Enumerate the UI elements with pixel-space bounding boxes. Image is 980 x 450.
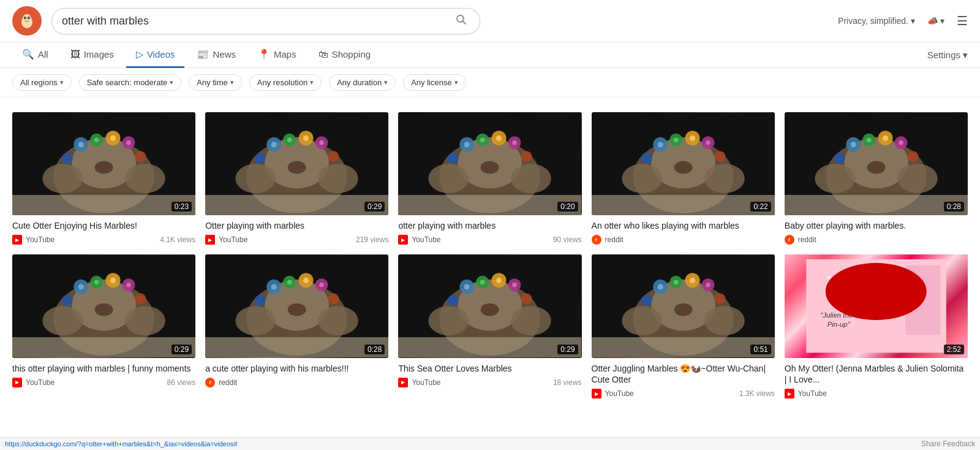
filter-license[interactable]: Any license ▾ — [403, 74, 466, 91]
video-thumbnail[interactable]: 0:29 — [398, 254, 581, 357]
video-thumbnail[interactable]: 0:51 — [592, 254, 775, 357]
tab-shopping[interactable]: 🛍 Shopping — [309, 43, 380, 68]
video-thumbnail[interactable]: 0:29 — [205, 112, 388, 215]
time-chevron: ▾ — [230, 78, 234, 86]
svg-text:My Otter!": My Otter!" — [845, 294, 906, 307]
safesearch-chevron: ▾ — [170, 78, 173, 86]
news-icon: 📰 — [197, 48, 209, 60]
privacy-menu[interactable]: Privacy, simplified. ▾ — [838, 16, 915, 26]
svg-point-136 — [464, 284, 470, 290]
video-thumbnail[interactable]: 0:29 — [12, 254, 195, 357]
video-card[interactable]: 0:29 this otter playing with marbles | f… — [7, 250, 200, 403]
reddit-icon: r — [785, 235, 794, 245]
tab-maps[interactable]: 📍 Maps — [248, 42, 306, 68]
filter-regions-label: All regions — [20, 78, 58, 87]
video-thumbnail[interactable]: 0:20 — [398, 112, 581, 215]
svg-rect-145 — [398, 337, 581, 357]
tab-videos[interactable]: ▷ Videos — [126, 42, 185, 68]
tab-all[interactable]: 🔍 All — [12, 42, 58, 68]
svg-point-151 — [704, 307, 745, 336]
filter-time[interactable]: Any time ▾ — [189, 74, 242, 91]
duration-badge: 2:52 — [944, 345, 964, 354]
svg-point-48 — [429, 164, 469, 193]
svg-point-51 — [464, 142, 470, 147]
duration-badge: 0:20 — [557, 202, 578, 212]
filter-duration[interactable]: Any duration ▾ — [329, 74, 396, 91]
svg-point-6 — [29, 17, 29, 18]
svg-point-87 — [867, 138, 871, 142]
search-button[interactable] — [453, 13, 470, 29]
video-card[interactable]: 0:28 Baby otter playing with marbles. r … — [780, 107, 973, 250]
settings-label: Settings — [927, 50, 960, 60]
video-card[interactable]: 0:20 otter playing with marbles YouTube … — [393, 107, 586, 250]
video-thumbnail[interactable]: 0:28 — [205, 254, 388, 357]
svg-point-41 — [255, 153, 266, 164]
tab-all-label: All — [38, 49, 48, 59]
filters-bar: All regions ▾ Safe search: moderate ▾ An… — [0, 68, 980, 97]
svg-text:"Oh: "Oh — [848, 278, 871, 292]
svg-point-104 — [94, 280, 99, 284]
video-card[interactable]: 0:22 An otter who likes playing with mar… — [587, 107, 780, 250]
svg-point-72 — [690, 135, 695, 141]
video-thumbnail[interactable]: 0:28 — [785, 112, 968, 215]
svg-point-32 — [318, 164, 358, 193]
nav-tabs: 🔍 All 🖼 Images ▷ Videos 📰 News 📍 Maps 🛍 … — [0, 42, 980, 68]
video-thumbnail[interactable]: 0:23 — [12, 112, 195, 215]
svg-rect-162 — [592, 337, 775, 357]
video-card[interactable]: "OhMy Otter!" "Oh My Otter!" "Julien the… — [780, 250, 973, 403]
tab-images[interactable]: 🖼 Images — [61, 43, 124, 68]
search-input[interactable]: otter with marbles — [62, 15, 453, 28]
hamburger-menu[interactable]: ☰ — [957, 13, 968, 28]
svg-point-115 — [288, 303, 306, 316]
tab-news-label: News — [213, 49, 236, 59]
video-card[interactable]: 0:29 This Sea Otter Loves Marbles YouTub… — [393, 250, 586, 403]
images-icon: 🖼 — [70, 49, 80, 60]
svg-point-155 — [673, 280, 677, 284]
youtube-icon — [785, 389, 794, 399]
video-meta: r reddit — [592, 235, 775, 245]
svg-point-64 — [674, 161, 692, 174]
svg-point-117 — [318, 307, 358, 336]
video-meta: r reddit — [785, 235, 968, 245]
logo[interactable] — [12, 6, 42, 36]
video-thumbnail[interactable]: "OhMy Otter!" "Oh My Otter!" "Julien the… — [785, 254, 968, 357]
tab-news[interactable]: 📰 News — [187, 42, 246, 68]
svg-rect-43 — [205, 195, 388, 215]
video-card[interactable]: 0:51 Otter Juggling Marbles 😍🦦~Otter Wu-… — [587, 250, 780, 403]
notifications-menu[interactable]: 📣 ▾ — [927, 16, 944, 26]
filter-safesearch[interactable]: Safe search: moderate ▾ — [79, 74, 182, 91]
megaphone-icon: 📣 — [927, 16, 938, 26]
search-bar: otter with marbles — [51, 8, 480, 34]
svg-point-126 — [255, 296, 266, 307]
source-name: reddit — [219, 378, 237, 387]
svg-point-38 — [303, 135, 309, 141]
video-meta: YouTube — [785, 389, 968, 399]
svg-point-149 — [674, 303, 692, 316]
filter-resolution[interactable]: Any resolution ▾ — [249, 74, 322, 91]
svg-point-70 — [673, 138, 677, 142]
svg-rect-94 — [785, 195, 968, 215]
svg-point-34 — [271, 142, 277, 147]
svg-point-159 — [706, 283, 710, 287]
filter-regions[interactable]: All regions ▾ — [12, 74, 72, 91]
svg-point-99 — [42, 307, 83, 336]
video-thumbnail[interactable]: 0:22 — [592, 112, 775, 215]
video-card[interactable]: 0:29 Otter playing with marbles YouTube … — [200, 107, 393, 250]
svg-point-47 — [481, 161, 499, 174]
settings-menu[interactable]: Settings ▾ — [927, 50, 968, 61]
svg-point-85 — [851, 142, 856, 147]
svg-point-125 — [319, 283, 323, 287]
svg-point-81 — [867, 161, 885, 174]
svg-point-49 — [511, 164, 551, 193]
source-name: YouTube — [798, 389, 827, 398]
svg-point-59 — [521, 151, 532, 162]
svg-point-106 — [110, 278, 116, 283]
video-card[interactable]: 0:23 Cute Otter Enjoying His Marbles! Yo… — [7, 107, 200, 250]
source-name: YouTube — [412, 378, 440, 387]
video-title: this otter playing with marbles | funny … — [12, 363, 195, 374]
video-card[interactable]: 0:28 a cute otter playing with his marbl… — [200, 250, 393, 403]
reddit-icon: r — [205, 378, 215, 387]
svg-point-83 — [897, 164, 938, 193]
video-meta: YouTube 4.1K views — [12, 235, 195, 245]
svg-point-157 — [690, 278, 695, 283]
